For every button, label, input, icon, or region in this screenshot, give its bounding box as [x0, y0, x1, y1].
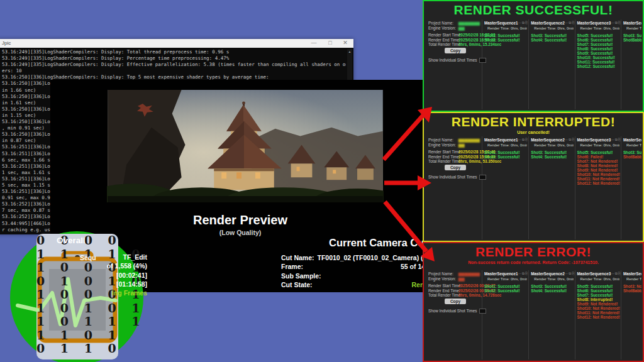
shot-status-line: Shot9: Not Rendered!: [577, 302, 619, 306]
copy-button[interactable]: Copy: [445, 48, 466, 53]
sequence-name: MasterSequence2: [531, 21, 565, 25]
sequence-name: MasterSequence3: [577, 138, 611, 142]
minimize-button[interactable]: —: [308, 39, 319, 47]
show-shot-times-label: Show Individual Shot Times: [428, 175, 477, 179]
sequence-header: MasterSequence2⋯⧉⎘: [531, 272, 573, 276]
shot-status-line: Shot9: Not Rendered!: [577, 168, 619, 172]
shot-status-line: Shot11: Successful!: [577, 60, 619, 64]
sequence-header: MasterSequence1⋯⧉⎘: [484, 21, 527, 25]
panel-title: RENDER INTERRUPTED!: [424, 114, 643, 129]
panel-render-interrupted: RENDER INTERRUPTED!User cancelled!Projec…: [423, 112, 644, 242]
detail-row: Project Name:▆▆▆▆▆▆▆: [428, 138, 480, 142]
close-button[interactable]: ✕: [340, 39, 351, 47]
shot-status-line: Shot8: Not Rendered!: [577, 163, 619, 168]
binary-digit-row: 0 1 1 0: [36, 342, 146, 356]
sequence-name: MasterSequence2: [623, 21, 641, 25]
sequence-render-time: Render Time: 0hrs, 0mins, 3.314sec: [484, 277, 527, 281]
copy-button[interactable]: Copy: [445, 165, 466, 170]
detail-label: Project Name:: [428, 138, 458, 142]
sequence-name: MasterSequence2: [531, 272, 565, 276]
panel-body: Project Name:▆▆▆▆▆▆▆Engine Version:▆▆Ren…: [425, 19, 641, 109]
sequence-column: MasterSequence3⋯⧉⎘Render Time: 0hrs, 0mi…: [575, 136, 621, 239]
detail-label: Total Render Time:: [428, 293, 458, 297]
shot-status-line: Shot1: Successful!: [484, 150, 527, 155]
shot-list: Shot3: Successful!ShotBabblyBook: N: [623, 150, 641, 159]
sequence-header: MasterSequence2⋯⧉⎘: [623, 138, 641, 142]
maximize-button[interactable]: □: [325, 39, 336, 47]
shot-status-line: Shot12: Not Rendered!: [577, 315, 619, 319]
sequence-name: MasterSequence1: [484, 272, 518, 276]
shot-status-line: Shot12: Not Rendered!: [577, 181, 619, 185]
panel-body: Project Name:▆▆▆▆▆▆▆Engine Version:▆▆Ren…: [425, 136, 641, 239]
binary-digit-row: 1 0 1 0 1: [36, 302, 146, 315]
detail-row: Engine Version:▆▆: [428, 277, 480, 281]
shot-status-line: ShotBabblyBook: N: [623, 155, 641, 159]
detail-value: ▆▆▆▆▆▆▆: [458, 272, 480, 276]
camera-cut-row: Cut Name:TF0010_02 (TF0010_02_Camera) (1…: [281, 253, 440, 262]
shot-status-line: Shot5: Successful!: [577, 150, 619, 155]
detail-label: Total Render Time:: [428, 42, 458, 47]
shot-status-line: Shot8: Successful!: [577, 47, 619, 51]
shot-status-line: Shot3: Not Rendered!: [623, 284, 641, 288]
sequence-column: MasterSequence2⋯⧉⎘Render Time: 0hrs, 0mi…: [528, 136, 574, 239]
sequence-render-time: Render Time: Not: [623, 277, 641, 281]
sequence-header-icons: ⋯⧉⎘: [611, 272, 621, 276]
sequence-header-icons: ⋯⧉⎘: [518, 21, 529, 25]
shot-status-line: Shot10: Successful!: [577, 55, 619, 60]
sequence-render-time: Render Time: 0hrs, 0mins, 1.241sec: [531, 277, 573, 281]
console-log-line: 53.16:249][335]LogShaderCompilers: Displ…: [2, 49, 346, 55]
sequence-header-icons: ⋯⧉⎘: [518, 138, 529, 142]
detail-label: Project Name:: [428, 272, 458, 276]
shot-list: Shot5: Successful!Shot6: Failed!Shot7: N…: [577, 150, 619, 186]
detail-row: Project Name:▆▆▆▆▆▆▆: [428, 272, 480, 276]
console-log-line: 53.16:249][335]LogShaderCompilers: Displ…: [2, 62, 346, 68]
console-window-title: Jpic: [2, 39, 11, 48]
detail-label: Render Start Time:: [428, 150, 458, 154]
console-log-line: 53.16:249][335]LogShaderCompilers: Displ…: [2, 55, 346, 62]
sequence-name: MasterSequence2: [623, 272, 641, 276]
detail-label: Engine Version:: [428, 277, 458, 281]
camera-cut-label: Frame:: [281, 262, 303, 271]
copy-button[interactable]: Copy: [445, 299, 466, 304]
shot-status-line: Shot4: Successful!: [531, 155, 573, 159]
sequence-column: MasterSequence1⋯⧉⎘Render Time: 0hrs, 0mi…: [482, 270, 528, 359]
camera-cut-label: Cut Name:: [281, 253, 314, 262]
sequence-header: MasterSequence2⋯⧉⎘: [623, 272, 641, 276]
shot-status-line: Shot7: Successful!: [577, 42, 619, 47]
detail-label: Render End Time:: [428, 288, 458, 293]
sequence-render-time: Render Time: 0hrs, 0mins, 6.708sec: [577, 26, 619, 30]
panel-subtitle: User cancelled!: [424, 130, 643, 134]
detail-row: Total Render Time:0hrs, 0mins, 53.350sec: [428, 159, 480, 163]
show-shot-times-label: Show Individual Shot Times: [428, 58, 477, 62]
detail-row: Engine Version:▆▆: [428, 26, 480, 30]
shot-status-line: Shot11: Not Rendered!: [577, 177, 619, 181]
shot-status-line: Shot2: Successful!: [484, 38, 527, 42]
binary-digit-row: 1 1 1 1 0: [36, 248, 146, 261]
sequence-render-time: Render Time: 0h: [623, 143, 641, 147]
camera-cut-stats: Cut Name:TF0010_02 (TF0010_02_Camera) (1…: [281, 253, 440, 289]
shot-list: Shot3: Not Rendered!ShotBabblyBook: N: [623, 284, 641, 293]
shot-status-line: ShotBabblyBook: Su: [623, 38, 641, 42]
detail-row: Render End Time:2025/02/26 00:22:52: [428, 288, 480, 293]
scroll-up-icon[interactable]: ▲: [347, 49, 352, 54]
shot-list: Shot3: Successful!Shot4: Successful!: [531, 150, 573, 159]
shot-status-line: Shot3: Successful!: [531, 284, 573, 288]
camera-cut-value: TF0010_02 (TF0010_02_Camera) (1 of 3: [317, 253, 440, 262]
sequence-column: MasterSequence2⋯⧉⎘Render Time: 0hShot3: …: [621, 136, 641, 239]
binary-digit-row: 0 1 0 1 0: [36, 275, 146, 288]
panel-title: RENDER SUCCESSFUL!: [424, 3, 643, 18]
panel-render-successful: RENDER SUCCESSFUL!Project Name:▆▆▆▆▆▆▆En…: [423, 0, 644, 112]
village-render-art: [107, 90, 384, 202]
shot-status-line: Shot4: Successful!: [531, 38, 573, 42]
binary-digit-row: 1 0 0 0 1: [36, 288, 146, 302]
sequence-header-icons: ⋯⧉⎘: [565, 138, 575, 142]
show-shot-times-row: Show Individual Shot Times: [428, 175, 480, 179]
shot-status-line: Shot5: Successful!: [577, 284, 619, 288]
shot-status-line: Shot6: Failed!: [577, 155, 619, 159]
shot-status-line: Shot4: Successful!: [531, 288, 573, 293]
panel-title: RENDER ERROR!: [424, 244, 643, 260]
sequence-render-time: Render Time: 0hrs, 0mins, 19.754sec: [484, 143, 527, 147]
camera-cut-row: Sub Sample:1 of: [281, 272, 440, 280]
detail-label: Project Name:: [428, 21, 458, 25]
preview-title: Render Preview: [146, 213, 335, 228]
